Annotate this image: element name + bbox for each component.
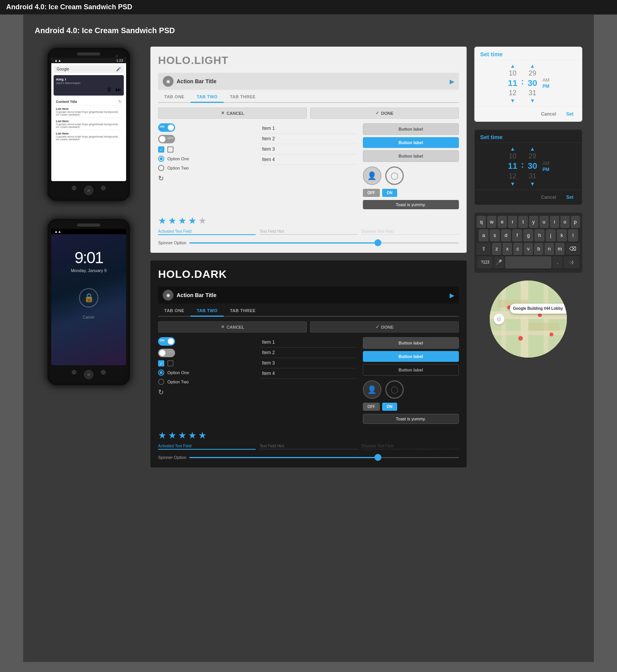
menu-button-2[interactable] xyxy=(101,370,106,375)
am-label-light[interactable]: AM xyxy=(543,77,550,83)
onoff-on-light[interactable]: ON xyxy=(382,189,397,197)
onoff-off-light[interactable]: OFF xyxy=(363,189,380,197)
list-item-2-light[interactable]: Item 2 xyxy=(260,134,356,144)
slider-track-dark[interactable] xyxy=(189,457,459,458)
key-shift[interactable]: ⇧ xyxy=(477,243,491,255)
key-n[interactable]: n xyxy=(545,243,554,255)
hours-up-light[interactable]: ▲ xyxy=(510,63,515,69)
key-a[interactable]: a xyxy=(479,229,489,242)
list-item-3-light[interactable]: Item 3 xyxy=(260,144,356,155)
notif-refresh[interactable]: ↻ xyxy=(118,99,121,104)
key-period[interactable]: . xyxy=(553,256,563,269)
stars-rating-dark[interactable]: ★ ★ ★ ★ ★ xyxy=(158,430,459,441)
key-v[interactable]: v xyxy=(524,243,533,255)
slider-thumb-dark[interactable] xyxy=(374,454,381,461)
text-field-active-light[interactable]: Activated Text Field xyxy=(158,229,256,237)
toggle-off-dark[interactable]: OFF xyxy=(158,349,175,357)
key-space[interactable] xyxy=(505,256,551,269)
home-button-2[interactable]: ⊞ xyxy=(84,370,93,379)
text-field-hint-light[interactable]: Text Field Hint xyxy=(260,229,357,237)
checkbox-checked-dark[interactable]: ✓ xyxy=(158,360,164,366)
list-item-2-dark[interactable]: Item 2 xyxy=(260,348,356,358)
list-item-4-light[interactable]: Item 4 xyxy=(260,155,356,165)
key-f[interactable]: f xyxy=(512,229,522,242)
minutes-down-light[interactable]: ▼ xyxy=(530,98,535,103)
refresh-button-light[interactable]: ↻ xyxy=(158,174,254,183)
key-x[interactable]: x xyxy=(502,243,512,255)
tab-one[interactable]: TAB ONE xyxy=(158,91,190,102)
refresh-button-dark[interactable]: ↻ xyxy=(158,388,254,396)
key-num[interactable]: ?123 xyxy=(477,256,493,269)
cancel-button-dark[interactable]: ✕ CANCEL xyxy=(158,321,307,333)
slider-track-light[interactable] xyxy=(189,242,459,244)
cancel-button-light[interactable]: ✕ CANCEL xyxy=(158,108,307,119)
key-g[interactable]: g xyxy=(523,229,533,242)
done-button-light[interactable]: ✓ DONE xyxy=(310,108,459,119)
key-k[interactable]: k xyxy=(557,229,567,242)
key-backspace[interactable]: ⌫ xyxy=(566,243,580,255)
checkbox-unchecked[interactable] xyxy=(167,146,174,153)
cancel-btn-light[interactable]: Cancel xyxy=(538,110,559,118)
key-i[interactable]: i xyxy=(550,216,559,228)
tab-two-dark[interactable]: TAB TWO xyxy=(190,305,224,316)
minutes-up-light[interactable]: ▲ xyxy=(530,63,535,69)
key-mic[interactable]: 🎤 xyxy=(494,256,504,269)
pm-label-light[interactable]: PM xyxy=(543,84,550,89)
button-dark-dark[interactable]: Button label xyxy=(363,364,459,376)
tab-three[interactable]: TAB THREE xyxy=(224,91,262,102)
toggle-on-dark[interactable]: ON xyxy=(158,337,175,346)
onoff-on-dark[interactable]: ON xyxy=(382,403,397,411)
toggle-off[interactable]: OFF xyxy=(158,135,175,143)
pm-label-dark[interactable]: PM xyxy=(543,167,550,172)
key-emoji[interactable]: :-) xyxy=(564,256,579,269)
radio-option-two[interactable] xyxy=(158,165,164,171)
home-button[interactable]: ⊞ xyxy=(84,186,93,195)
set-btn-light[interactable]: Set xyxy=(563,110,577,118)
key-b[interactable]: b xyxy=(534,243,543,255)
key-r[interactable]: r xyxy=(508,216,517,228)
radio-option-one[interactable] xyxy=(158,156,164,162)
map-tooltip-arrow-icon[interactable]: › xyxy=(565,306,567,311)
menu-button[interactable] xyxy=(101,186,106,190)
key-y[interactable]: y xyxy=(529,216,538,228)
list-item-1-light[interactable]: Item 1 xyxy=(260,123,356,134)
list-item-1-dark[interactable]: Item 1 xyxy=(260,337,356,348)
text-field-active-dark[interactable]: Activated Text Field xyxy=(158,444,256,451)
key-o[interactable]: o xyxy=(560,216,570,228)
set-btn-dark[interactable]: Set xyxy=(563,193,577,202)
key-j[interactable]: j xyxy=(546,229,556,242)
minutes-down-dark[interactable]: ▼ xyxy=(530,181,535,186)
key-t[interactable]: t xyxy=(518,216,528,228)
text-field-hint-dark[interactable]: Text Field Hint xyxy=(260,444,357,451)
hours-down-dark[interactable]: ▼ xyxy=(510,181,515,186)
list-item-4-dark[interactable]: Item 4 xyxy=(260,368,356,379)
back-button[interactable] xyxy=(72,186,76,190)
onoff-off-dark[interactable]: OFF xyxy=(363,403,380,411)
pause-icon[interactable]: ⏸ xyxy=(106,86,112,93)
button-secondary-light[interactable]: Button label xyxy=(363,150,459,162)
list-item-3-dark[interactable]: Item 3 xyxy=(260,358,356,368)
key-l[interactable]: l xyxy=(568,229,578,242)
stars-rating-light[interactable]: ★ ★ ★ ★ ★ xyxy=(158,215,459,226)
am-label-dark[interactable]: AM xyxy=(543,161,550,166)
slider-thumb-light[interactable] xyxy=(374,239,381,246)
checkbox-unchecked-dark[interactable] xyxy=(167,360,174,366)
button-primary-light[interactable]: Button label xyxy=(363,137,459,148)
tab-one-dark[interactable]: TAB ONE xyxy=(158,305,190,316)
cancel-btn-dark[interactable]: Cancel xyxy=(538,193,559,202)
key-s[interactable]: s xyxy=(490,229,500,242)
key-u[interactable]: u xyxy=(539,216,549,228)
lock-icon[interactable]: 🔒 xyxy=(79,288,98,307)
radio-option-one-dark[interactable] xyxy=(158,370,164,376)
key-h[interactable]: h xyxy=(534,229,545,242)
button-primary-dark[interactable]: Button label xyxy=(363,351,459,362)
next-icon[interactable]: ⏭ xyxy=(115,86,121,93)
key-p[interactable]: p xyxy=(571,216,580,228)
action-bar-arrow-icon[interactable]: ▶ xyxy=(450,78,454,85)
hours-down-light[interactable]: ▼ xyxy=(510,98,515,103)
tab-two[interactable]: TAB TWO xyxy=(190,91,224,102)
hours-up-dark[interactable]: ▲ xyxy=(510,146,515,151)
toggle-on[interactable]: ON xyxy=(158,123,175,132)
key-w[interactable]: w xyxy=(487,216,496,228)
key-z[interactable]: z xyxy=(492,243,501,255)
